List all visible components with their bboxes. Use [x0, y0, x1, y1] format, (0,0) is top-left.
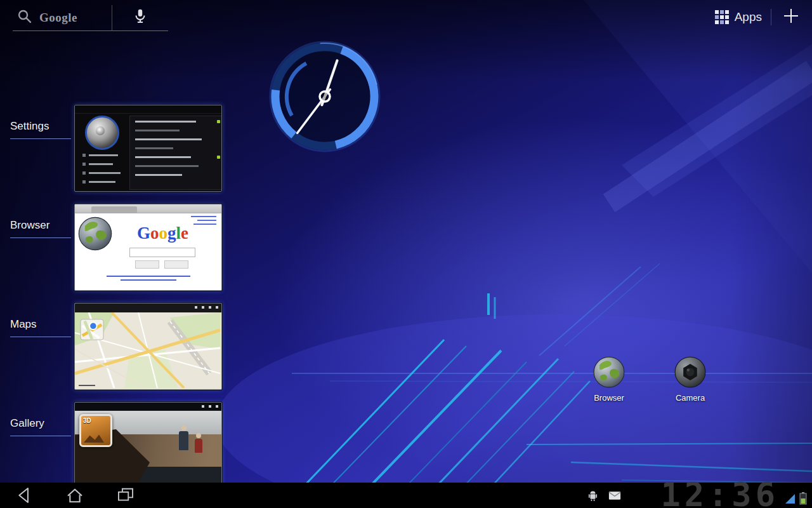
notification-icons[interactable]: [587, 483, 621, 508]
text-line: [135, 156, 220, 158]
text-line: [135, 165, 220, 167]
topbar-divider: [771, 9, 771, 25]
recents-button[interactable]: [112, 483, 140, 508]
browser-globe-icon: [593, 356, 625, 389]
text-line: [135, 138, 220, 140]
settings-menu-item: [82, 154, 121, 157]
google-logo: Google: [114, 224, 211, 243]
voice-search-button[interactable]: [112, 5, 168, 31]
action-bar-icons: [202, 405, 218, 408]
add-widget-button[interactable]: [780, 6, 802, 28]
signal-icon: [785, 494, 796, 504]
text-line: [135, 121, 220, 123]
footer-links: [75, 276, 221, 281]
header-links: [191, 216, 216, 225]
globe-icon: [77, 216, 113, 251]
photo-person: [179, 425, 188, 450]
browser-tab: [91, 206, 137, 213]
shortcut-camera[interactable]: Camera: [657, 356, 723, 403]
camera-icon: [674, 356, 707, 389]
maps-action-bar: [75, 304, 221, 312]
photo-person: [195, 433, 202, 453]
logo-letter: G: [137, 224, 150, 243]
shortcut-label: Camera: [657, 393, 723, 403]
google-search-widget[interactable]: Google: [13, 5, 168, 31]
recent-thumbnail-maps[interactable]: [74, 303, 222, 390]
gallery-icon-mountains: [84, 434, 104, 443]
recent-item-browser[interactable]: Browser Google: [0, 204, 228, 290]
search-buttons: [128, 260, 195, 269]
gallery-app-icon: 3D: [79, 414, 112, 447]
gallery-action-bar: [75, 403, 221, 411]
home-screen: Google Apps: [0, 0, 812, 508]
usb-debug-icon: [587, 490, 598, 501]
back-icon: [12, 485, 36, 506]
microphone-icon: [134, 8, 147, 27]
maps-app-icon: [80, 318, 104, 342]
recent-item-label: Browser: [10, 219, 71, 238]
topbar-right: Apps: [715, 6, 802, 28]
settings-menu-item: [82, 180, 121, 184]
home-icon: [63, 485, 87, 506]
settings-speaker-icon: [85, 116, 119, 150]
thumbnail-titlebar: [75, 105, 221, 114]
settings-detail-panel: [129, 116, 222, 190]
recent-thumbnail-browser[interactable]: Google: [74, 204, 222, 291]
recent-thumbnail-settings[interactable]: [74, 105, 222, 192]
settings-menu-item: [82, 171, 121, 175]
settings-menu-list: [82, 154, 121, 189]
apps-button[interactable]: Apps: [715, 10, 762, 24]
text-line: [135, 130, 220, 131]
apps-button-label: Apps: [735, 10, 762, 24]
recent-item-maps[interactable]: Maps: [0, 303, 228, 389]
recent-item-label: Settings: [10, 120, 71, 139]
browser-tab-bar: [75, 204, 221, 213]
gallery-3d-label: 3D: [83, 417, 91, 424]
plus-icon: [782, 7, 800, 27]
text-line: [135, 147, 220, 149]
shortcut-label: Browser: [576, 393, 642, 403]
text-line: [135, 174, 220, 176]
analog-clock-widget[interactable]: [261, 33, 388, 160]
battery-icon: [799, 492, 807, 505]
back-button[interactable]: [10, 483, 38, 508]
logo-letter: o: [159, 224, 168, 243]
recent-thumbnail-gallery[interactable]: 3D: [74, 402, 222, 489]
search-widget-label: Google: [39, 11, 77, 25]
recent-item-label: Maps: [10, 318, 71, 337]
speaker-cone: [96, 126, 105, 135]
recent-item-gallery[interactable]: Gallery 3D: [0, 402, 228, 488]
settings-menu-item: [82, 163, 121, 166]
clock-face: [261, 33, 388, 160]
recent-item-settings[interactable]: Settings: [0, 105, 228, 190]
search-input[interactable]: Google: [13, 5, 112, 31]
logo-letter: o: [150, 224, 159, 243]
map-scale-bar: [79, 385, 95, 386]
system-clock[interactable]: 12:36: [660, 481, 779, 508]
apps-grid-icon: [715, 10, 729, 24]
home-button[interactable]: [61, 483, 89, 508]
logo-letter: l: [176, 224, 181, 243]
recents-icon: [114, 485, 138, 506]
email-icon: [608, 491, 621, 500]
action-bar-icons: [195, 306, 218, 309]
search-box-placeholder: [129, 248, 195, 257]
search-icon: [16, 8, 33, 27]
logo-letter: g: [167, 224, 176, 243]
logo-letter: e: [181, 224, 188, 243]
recent-item-label: Gallery: [10, 417, 71, 436]
system-bar: 12:36: [0, 483, 812, 508]
shortcut-browser[interactable]: Browser: [576, 356, 642, 403]
